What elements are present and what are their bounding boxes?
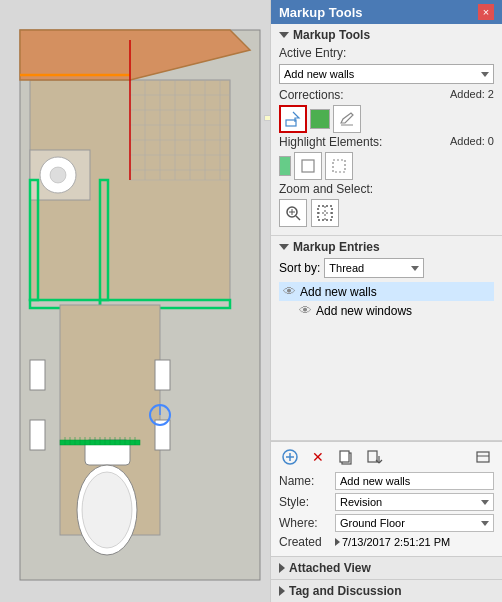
highlight-color-swatch[interactable] <box>279 156 291 176</box>
active-entry-select[interactable]: Add new walls <box>279 64 494 84</box>
detail-menu-button[interactable] <box>472 446 494 468</box>
entry-walls-label: Add new walls <box>300 285 377 299</box>
name-input[interactable]: Add new walls <box>335 472 494 490</box>
active-entry-arrow <box>481 72 489 77</box>
corrections-color-swatch[interactable] <box>310 109 330 129</box>
svg-rect-67 <box>340 451 349 462</box>
attached-view-icon <box>279 563 285 573</box>
entry-add-new-walls[interactable]: 👁 Add new walls <box>279 282 494 301</box>
highlight-container: Highlight Elements: Added: 0 <box>279 135 494 180</box>
highlight-left: Highlight Elements: <box>279 135 446 180</box>
where-field-row: Where: Ground Floor <box>279 514 494 532</box>
tag-discussion-label: Tag and Discussion <box>289 584 401 598</box>
corrections-draw-button[interactable] <box>279 105 307 133</box>
svg-rect-27 <box>30 360 45 390</box>
panel-title: Markup Tools <box>279 5 363 20</box>
created-label: Created <box>279 535 331 549</box>
sort-arrow <box>411 266 419 271</box>
style-value: Revision <box>340 496 382 508</box>
attached-view-label: Attached View <box>289 561 371 575</box>
created-timestamp: 7/13/2017 2:51:21 PM <box>342 536 450 548</box>
markup-tools-section: Markup Tools Active Entry: Add new walls… <box>271 24 502 236</box>
zoom-select-label: Zoom and Select: <box>279 182 494 196</box>
style-label: Style: <box>279 495 331 509</box>
corrections-added-count: Added: 2 <box>450 88 494 100</box>
where-arrow <box>481 521 489 526</box>
highlight-tools-row <box>279 152 446 180</box>
corrections-tool2[interactable] <box>333 105 361 133</box>
select-button[interactable] <box>311 199 339 227</box>
sort-row: Sort by: Thread <box>279 258 494 278</box>
highlight-tool1[interactable] <box>294 152 322 180</box>
highlight-elements-label: Highlight Elements: <box>279 135 446 149</box>
markup-tools-panel: Markup Tools × Markup Tools Active Entry… <box>270 0 502 602</box>
highlight-label <box>264 115 270 121</box>
where-select[interactable]: Ground Floor <box>335 514 494 532</box>
detail-section: ✕ <box>271 441 502 556</box>
svg-rect-60 <box>318 206 332 220</box>
entry-add-new-windows[interactable]: 👁 Add new windows <box>279 301 494 320</box>
created-expand-icon[interactable] <box>335 538 340 546</box>
svg-line-57 <box>296 216 300 220</box>
corrections-left: Corrections: <box>279 88 446 133</box>
sort-label: Sort by: <box>279 261 320 275</box>
name-label: Name: <box>279 474 331 488</box>
entry-windows-label: Add new windows <box>316 304 412 318</box>
panel-header: Markup Tools × <box>271 0 502 24</box>
eye-icon-windows: 👁 <box>299 303 312 318</box>
highlight-added-count: Added: 0 <box>450 135 494 147</box>
markup-entries-section: Markup Entries Sort by: Thread 👁 Add new… <box>271 236 502 441</box>
svg-rect-28 <box>30 420 45 450</box>
style-select[interactable]: Revision <box>335 493 494 511</box>
collapse-icon <box>279 32 289 38</box>
markup-entries-header: Markup Entries <box>279 240 494 254</box>
markup-tools-header: Markup Tools <box>279 28 494 42</box>
floor-plan-canvas <box>0 0 270 602</box>
detail-export-button[interactable] <box>363 446 385 468</box>
detail-toolbar: ✕ <box>279 446 494 468</box>
zoom-tools-row <box>279 199 494 227</box>
svg-point-33 <box>82 472 132 548</box>
style-arrow <box>481 500 489 505</box>
created-row: Created 7/13/2017 2:51:21 PM <box>279 535 494 549</box>
attached-view-row[interactable]: Attached View <box>271 556 502 579</box>
sort-select[interactable]: Thread <box>324 258 424 278</box>
where-value: Ground Floor <box>340 517 405 529</box>
markup-tools-label: Markup Tools <box>293 28 370 42</box>
corrections-container: Corrections: <box>279 88 494 133</box>
eye-icon-walls: 👁 <box>283 284 296 299</box>
active-entry-label: Active Entry: <box>279 46 346 60</box>
corrections-tools-row <box>279 105 446 133</box>
highlight-tool2[interactable] <box>325 152 353 180</box>
detail-delete-button[interactable]: ✕ <box>307 446 329 468</box>
markup-entries-label: Markup Entries <box>293 240 380 254</box>
detail-add-button[interactable] <box>279 446 301 468</box>
svg-rect-72 <box>477 452 489 462</box>
active-entry-row: Active Entry: <box>279 46 494 60</box>
zoom-button[interactable] <box>279 199 307 227</box>
svg-point-21 <box>50 167 66 183</box>
corrections-label: Corrections: <box>279 88 446 102</box>
detail-copy-button[interactable] <box>335 446 357 468</box>
created-value-container: 7/13/2017 2:51:21 PM <box>335 536 450 548</box>
style-field-row: Style: Revision <box>279 493 494 511</box>
where-label: Where: <box>279 516 331 530</box>
svg-rect-55 <box>333 160 345 172</box>
panel-close-button[interactable]: × <box>478 4 494 20</box>
entries-collapse-icon <box>279 244 289 250</box>
tag-discussion-icon <box>279 586 285 596</box>
active-entry-field-row: Add new walls <box>279 64 494 84</box>
name-value: Add new walls <box>340 475 410 487</box>
svg-rect-29 <box>155 360 170 390</box>
name-field-row: Name: Add new walls <box>279 472 494 490</box>
tag-discussion-row[interactable]: Tag and Discussion <box>271 579 502 602</box>
svg-rect-54 <box>302 160 314 172</box>
